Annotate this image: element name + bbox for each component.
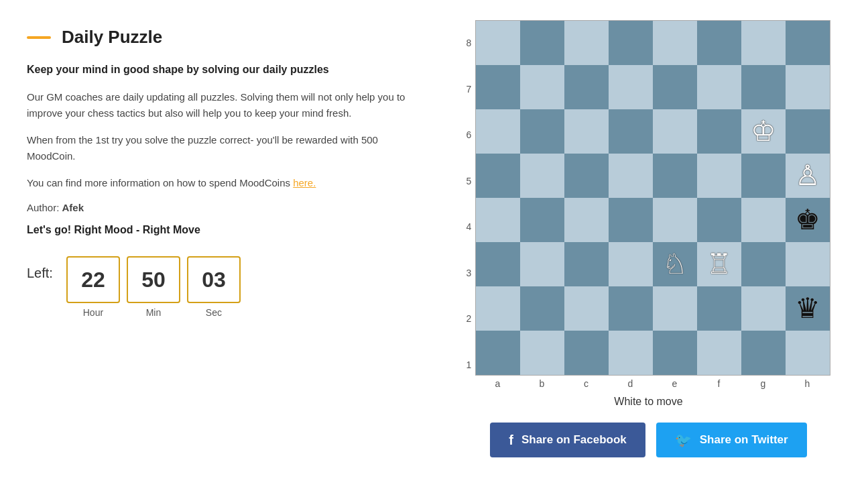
cell [476, 242, 520, 286]
rank-2: 2 [467, 296, 472, 341]
cell [520, 65, 564, 109]
cell: ♖ [697, 242, 741, 286]
cell [697, 198, 741, 242]
cell [476, 198, 520, 242]
cell [520, 198, 564, 242]
para3: You can find more information on how to … [27, 175, 416, 191]
facebook-icon: f [509, 433, 513, 448]
facebook-label: Share on Facebook [521, 433, 627, 447]
cell [653, 286, 697, 331]
cell [741, 65, 786, 109]
cell [476, 286, 520, 331]
board-caption: White to move [614, 396, 682, 408]
cell [476, 154, 520, 198]
timer-boxes: 22 Hour 50 Min 03 Sec [66, 256, 241, 318]
cell [697, 21, 741, 65]
file-c: c [564, 378, 608, 389]
share-facebook-button[interactable]: f Share on Facebook [490, 423, 645, 457]
cell [564, 21, 609, 65]
para2: When from the 1st try you solve the puzz… [27, 132, 416, 164]
author-line: Author: Afek [27, 202, 416, 213]
cell [697, 286, 741, 331]
cell [520, 242, 564, 286]
author-label: Author: [27, 202, 62, 213]
rank-labels: 8 7 6 5 4 3 2 1 [467, 20, 476, 389]
cell [786, 109, 830, 154]
cell [697, 65, 741, 109]
timer-hours-box: 22 [66, 256, 120, 303]
file-g: g [741, 378, 785, 389]
subtitle: Keep your mind in good shape by solving … [27, 62, 416, 77]
file-a: a [475, 378, 519, 389]
file-e: e [652, 378, 696, 389]
page-title: Daily Puzzle [62, 27, 162, 48]
timer-section: Left: 22 Hour 50 Min 03 Sec [27, 256, 416, 318]
cell [564, 242, 609, 286]
cell [741, 21, 786, 65]
cell [653, 21, 697, 65]
title-row: Daily Puzzle [27, 27, 416, 48]
file-labels: a b c d e f g h [475, 376, 830, 389]
cell [653, 331, 697, 375]
timer-minutes-label: Min [146, 307, 162, 318]
cell [564, 198, 609, 242]
cell [741, 331, 786, 375]
cell: ♚ [786, 198, 830, 242]
cell [741, 198, 786, 242]
cell: ♙ [786, 154, 830, 198]
cell [476, 65, 520, 109]
chess-board: ♔♙♚♘♖♛ [475, 20, 830, 376]
cell: ♘ [653, 242, 697, 286]
cell [609, 154, 653, 198]
rank-6: 6 [467, 113, 472, 157]
cell: ♛ [786, 286, 830, 331]
cell [609, 198, 653, 242]
cell [697, 109, 741, 154]
twitter-label: Share on Twitter [700, 433, 788, 447]
cell [609, 109, 653, 154]
cell [653, 65, 697, 109]
cell [476, 109, 520, 154]
timer-hours-unit: 22 Hour [66, 256, 120, 318]
file-f: f [696, 378, 741, 389]
cell [741, 154, 786, 198]
timer-hours-label: Hour [83, 307, 103, 318]
cell [564, 331, 609, 375]
timer-minutes-box: 50 [127, 256, 180, 303]
share-twitter-button[interactable]: 🐦 Share on Twitter [656, 423, 807, 457]
cell [520, 154, 564, 198]
board-and-files: ♔♙♚♘♖♛ a b c d e f g h [475, 20, 830, 389]
cell [520, 286, 564, 331]
cell [476, 21, 520, 65]
file-h: h [785, 378, 829, 389]
timer-minutes-unit: 50 Min [127, 256, 180, 318]
cell [786, 21, 830, 65]
cell [697, 154, 741, 198]
cell [653, 109, 697, 154]
file-b: b [519, 378, 564, 389]
right-panel: 8 7 6 5 4 3 2 1 ♔♙♚♘♖♛ a b c d [456, 20, 841, 457]
orange-line-decoration [27, 36, 51, 39]
cell: ♔ [741, 109, 786, 154]
chess-area: 8 7 6 5 4 3 2 1 ♔♙♚♘♖♛ a b c d [467, 20, 831, 457]
rank-1: 1 [467, 343, 472, 387]
here-link[interactable]: here. [293, 177, 316, 188]
cell [476, 331, 520, 375]
rank-7: 7 [467, 67, 472, 111]
cell [653, 154, 697, 198]
cell [741, 242, 786, 286]
para1: Our GM coaches are daily updating all pu… [27, 89, 416, 121]
cell [564, 286, 609, 331]
file-d: d [608, 378, 652, 389]
left-panel: Daily Puzzle Keep your mind in good shap… [27, 20, 416, 457]
cell [520, 109, 564, 154]
cell [520, 331, 564, 375]
cell [609, 65, 653, 109]
author-name: Afek [62, 202, 84, 213]
rank-3: 3 [467, 251, 472, 295]
timer-seconds-label: Sec [206, 307, 222, 318]
twitter-icon: 🐦 [675, 432, 692, 448]
cell [609, 331, 653, 375]
cell [609, 242, 653, 286]
cell [741, 286, 786, 331]
